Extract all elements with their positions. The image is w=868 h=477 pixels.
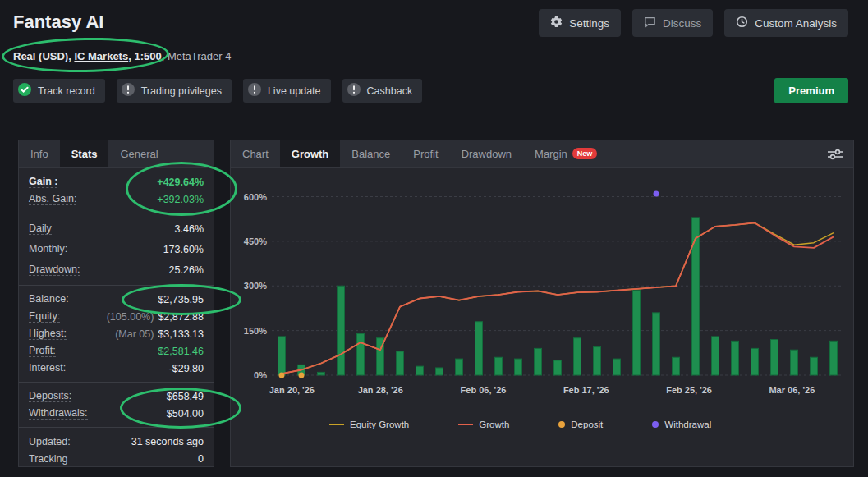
stat-value-prefix: (105.00%) <box>107 311 154 323</box>
check-circle-icon <box>17 82 32 99</box>
stat-row-interest: Interest: -$29.80 <box>29 360 204 377</box>
clock-icon <box>736 16 748 30</box>
stat-row-equity: Equity: (105.00%)$2,872.88 <box>29 308 204 325</box>
badge-label: Trading privileges <box>141 85 222 97</box>
tab-growth[interactable]: Growth <box>280 140 341 167</box>
stat-value: 3.46% <box>175 223 204 235</box>
stats-panel: Info Stats General Gain : +429.64% Abs. … <box>18 140 214 467</box>
svg-text:300%: 300% <box>244 281 267 291</box>
stat-value: 25.26% <box>169 264 204 276</box>
badge-label: Live update <box>268 85 321 97</box>
stat-label: Tracking <box>29 453 67 465</box>
stat-value: +392.03% <box>157 194 204 205</box>
growth-chart: 0%150%300%450%600%Jan 20, '26Jan 28, '26… <box>237 168 848 415</box>
divider <box>19 213 214 213</box>
settings-label: Settings <box>569 17 609 30</box>
stat-row-highest: Highest: (Mar 05)$3,133.13 <box>29 325 204 342</box>
chart-tabbar: Chart Growth Balance Profit Drawdown Mar… <box>231 140 853 168</box>
tab-balance[interactable]: Balance <box>340 140 402 167</box>
stat-value: (105.00%)$2,872.88 <box>107 311 204 323</box>
divider <box>19 427 214 428</box>
stat-row-deposits: Deposits: $658.49 <box>29 388 204 405</box>
new-badge: New <box>572 148 598 159</box>
tab-margin[interactable]: MarginNew <box>523 140 609 167</box>
exclamation-circle-icon <box>347 82 361 99</box>
tab-stats[interactable]: Stats <box>60 140 109 167</box>
stat-label: Monthly: <box>29 243 67 255</box>
exclamation-circle-icon <box>247 82 262 99</box>
stat-value: $658.49 <box>167 391 204 402</box>
badge-cashback[interactable]: Cashback <box>342 79 423 103</box>
stat-value: -$29.80 <box>169 363 204 374</box>
stat-value: (Mar 05)$3,133.13 <box>115 328 204 340</box>
legend-label: Deposit <box>571 420 603 429</box>
badge-track-record[interactable]: Track record <box>13 79 105 103</box>
legend-item-growth[interactable]: Growth <box>458 420 509 429</box>
legend-label: Growth <box>479 420 509 429</box>
legend-item-withdrawal[interactable]: Withdrawal <box>652 420 711 429</box>
stat-label: Updated: <box>29 436 71 447</box>
badge-trading-privileges[interactable]: Trading privileges <box>117 79 232 103</box>
stat-label: Abs. Gain: <box>29 193 76 205</box>
svg-text:Feb 25, '26: Feb 25, '26 <box>666 385 712 395</box>
account-type: Real (USD), <box>13 50 71 62</box>
tab-chart[interactable]: Chart <box>231 140 280 167</box>
stat-label: Gain : <box>29 176 57 188</box>
stat-rows: Gain : +429.64% Abs. Gain: +392.03% Dail… <box>19 168 214 467</box>
stat-value: 0 <box>198 453 204 465</box>
account-subtitle: Real (USD), IC Markets, 1:500, MetaTrade… <box>13 50 231 62</box>
discuss-label: Discuss <box>663 17 701 30</box>
chart-panel: Chart Growth Balance Profit Drawdown Mar… <box>230 140 854 467</box>
stat-value: $2,581.46 <box>158 346 204 357</box>
stat-value: +429.64% <box>157 177 204 188</box>
tab-profit[interactable]: Profit <box>402 140 449 167</box>
svg-text:Jan 20, '26: Jan 20, '26 <box>269 385 315 395</box>
premium-button[interactable]: Premium <box>774 78 848 103</box>
stat-row-updated: Updated: 31 seconds ago <box>29 433 204 450</box>
stat-label: Drawdown: <box>29 264 80 276</box>
stat-label: Deposits: <box>29 390 71 402</box>
legend-item-deposit[interactable]: Deposit <box>558 420 603 429</box>
chat-icon <box>644 16 656 30</box>
stat-value: 31 seconds ago <box>131 436 204 447</box>
chart-settings-icon[interactable] <box>827 148 843 164</box>
gear-icon <box>550 16 563 30</box>
legend-item-equity-growth[interactable]: Equity Growth <box>329 420 409 429</box>
stat-label: Balance: <box>29 293 69 305</box>
stat-value: $504.00 <box>167 408 204 420</box>
stat-row-balance: Balance: $2,735.95 <box>29 291 204 308</box>
badge-live-update[interactable]: Live update <box>243 79 331 103</box>
leverage: , 1:500 <box>128 50 161 62</box>
svg-text:600%: 600% <box>244 192 267 202</box>
divider <box>19 285 214 286</box>
svg-text:Feb 06, '26: Feb 06, '26 <box>461 385 507 395</box>
stat-row-tracking: Tracking 0 <box>29 450 204 467</box>
divider <box>19 382 214 383</box>
settings-button[interactable]: Settings <box>539 9 621 37</box>
stat-label: Daily <box>29 222 52 235</box>
svg-text:Jan 28, '26: Jan 28, '26 <box>358 385 403 395</box>
tab-info[interactable]: Info <box>19 140 60 167</box>
line-swatch <box>458 424 473 425</box>
dot-swatch <box>558 421 565 428</box>
stat-row-daily: Daily 3.46% <box>29 218 204 239</box>
platform: , MetaTrader 4 <box>162 50 232 62</box>
custom-analysis-button[interactable]: Custom Analysis <box>724 9 848 37</box>
stat-value: 173.60% <box>163 244 204 255</box>
svg-text:Feb 17, '26: Feb 17, '26 <box>563 385 609 395</box>
line-swatch <box>329 424 344 425</box>
account-page: Fantasy AI Settings Discuss Custom Analy… <box>0 0 868 477</box>
stat-row-withdrawals: Withdrawals: $504.00 <box>29 405 204 422</box>
tab-drawdown[interactable]: Drawdown <box>450 140 523 167</box>
stats-tabbar: Info Stats General <box>19 140 214 168</box>
discuss-button[interactable]: Discuss <box>632 9 713 37</box>
stat-row-monthly: Monthly: 173.60% <box>29 239 204 259</box>
chart-legend: Equity GrowthGrowthDepositWithdrawal <box>329 420 723 429</box>
broker-link[interactable]: IC Markets <box>74 50 128 62</box>
tab-general[interactable]: General <box>108 140 169 167</box>
stat-value-amount: $2,872.88 <box>158 311 204 323</box>
dot-swatch <box>652 421 659 428</box>
tab-margin-label: Margin <box>535 148 567 160</box>
verification-badges: Track record Trading privileges Live upd… <box>13 79 422 103</box>
exclamation-circle-icon <box>121 82 135 99</box>
